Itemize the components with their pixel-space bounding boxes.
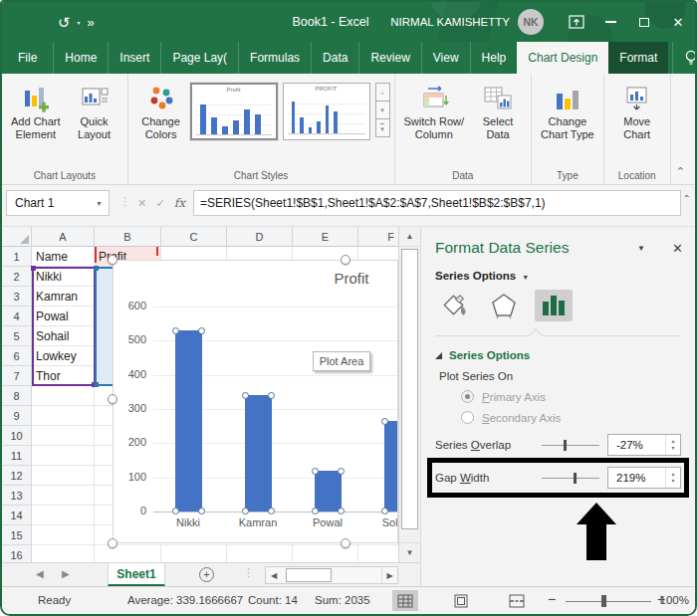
scroll-left-icon[interactable]: ◀ <box>266 567 282 583</box>
section-dropdown-icon[interactable]: ▼ <box>522 274 529 281</box>
tab-chart-design[interactable]: Chart Design <box>517 42 608 74</box>
row-header-12[interactable]: 12 <box>2 466 32 486</box>
cell-A2[interactable]: Nikki <box>32 267 95 287</box>
prev-sheet-icon[interactable]: ◀ <box>36 568 44 579</box>
ribbon-display-options-icon[interactable] <box>560 2 593 42</box>
cell-A11[interactable] <box>32 446 95 466</box>
radio-primary-axis[interactable]: Primary Axis <box>435 390 681 403</box>
cell-A14[interactable] <box>32 506 95 525</box>
new-sheet-icon[interactable]: + <box>199 567 214 582</box>
col-header-F[interactable]: F <box>358 227 398 247</box>
row-header-15[interactable]: 15 <box>2 525 32 545</box>
scroll-right-icon[interactable]: ▶ <box>381 567 397 583</box>
col-header-E[interactable]: E <box>293 227 358 247</box>
slider-thumb[interactable] <box>564 440 567 451</box>
row-header-9[interactable]: 9 <box>2 406 32 426</box>
cell-B16[interactable] <box>95 545 161 562</box>
field-slider[interactable] <box>542 433 599 457</box>
zoom-out-icon[interactable]: − <box>548 591 556 607</box>
close-button[interactable]: ✕ <box>661 2 695 42</box>
row-header-3[interactable]: 3 <box>2 287 32 307</box>
radio-secondary-axis[interactable]: Secondary Axis <box>435 411 681 424</box>
slider-thumb[interactable] <box>574 473 577 484</box>
cell-F16[interactable] <box>358 545 398 562</box>
row-header-6[interactable]: 6 <box>2 346 32 366</box>
sheet-tab-sheet1[interactable]: Sheet1 <box>108 563 165 586</box>
row-header-4[interactable]: 4 <box>2 307 32 326</box>
row-header-16[interactable]: 16 <box>2 545 32 562</box>
radio-circle[interactable] <box>461 390 474 403</box>
cell-A16[interactable] <box>32 545 95 562</box>
cell-A12[interactable] <box>32 466 95 486</box>
row-header-10[interactable]: 10 <box>2 426 32 446</box>
gallery-down-icon[interactable]: ▾ <box>375 101 390 119</box>
tab-tell-me[interactable]: Tell me <box>672 42 697 74</box>
chart-style-thumb[interactable]: PROFIT <box>283 83 370 140</box>
redo-icon[interactable]: » <box>88 15 94 30</box>
expand-formula-bar-icon[interactable]: ⌃ <box>683 193 691 204</box>
pane-dropdown-icon[interactable]: ▼ <box>637 244 645 253</box>
spinner-arrows-icon[interactable]: ▴▾ <box>665 468 680 488</box>
zoom-slider-thumb[interactable] <box>601 595 606 607</box>
ribbon-button-move-chart[interactable]: MoveChart <box>608 78 666 141</box>
row-header-8[interactable]: 8 <box>2 386 32 406</box>
tab-insert[interactable]: Insert <box>108 42 160 74</box>
scroll-down-icon[interactable]: ▼ <box>399 542 420 562</box>
enter-icon[interactable]: ✓ <box>155 197 164 210</box>
horizontal-scrollbar[interactable]: ◀ ▶ <box>265 566 398 584</box>
cell-D16[interactable] <box>227 545 293 562</box>
page-break-view-icon[interactable] <box>504 590 530 611</box>
avatar[interactable]: NK <box>518 9 544 35</box>
minimize-button[interactable] <box>593 2 627 42</box>
vertical-scroll-thumb[interactable] <box>401 249 418 529</box>
col-header-B[interactable]: B <box>95 227 161 247</box>
col-header-C[interactable]: C <box>161 227 227 247</box>
cell-E16[interactable] <box>293 545 358 562</box>
cell-C16[interactable] <box>161 545 227 562</box>
tab-formulas[interactable]: Formulas <box>238 42 311 74</box>
normal-view-icon[interactable] <box>392 590 418 611</box>
formula-input[interactable]: =SERIES(Sheet1!$B$1,Sheet1!$A$2:$A$7,She… <box>193 190 681 216</box>
ribbon-button-switch-row-column[interactable]: Switch Row/Column <box>399 78 470 141</box>
bar-nikki[interactable] <box>175 330 202 512</box>
row-header-11[interactable]: 11 <box>2 446 32 466</box>
page-layout-view-icon[interactable] <box>448 590 474 611</box>
col-header-D[interactable]: D <box>227 227 293 247</box>
zoom-slider-track[interactable] <box>566 601 651 602</box>
spinner-arrows-icon[interactable]: ▴▾ <box>665 435 680 455</box>
name-box[interactable]: Chart 1 ▼ <box>6 190 110 216</box>
ribbon-button-change-colors[interactable]: ChangeColors <box>132 78 190 141</box>
ribbon-button-select-data[interactable]: SelectData <box>469 78 527 141</box>
gallery-up-icon[interactable]: ▴ <box>375 83 390 102</box>
row-header-1[interactable]: 1 <box>2 247 32 267</box>
tab-page-lay[interactable]: Page Lay( <box>160 42 238 74</box>
cell-A1[interactable]: Name <box>32 247 95 267</box>
chart-selection-handle[interactable] <box>108 394 117 404</box>
next-sheet-icon[interactable]: ▶ <box>62 568 70 579</box>
cell-A4[interactable]: Powal <box>32 307 95 326</box>
fill-line-icon[interactable] <box>435 290 473 321</box>
bar-powal[interactable] <box>315 471 342 512</box>
gallery-more-icon[interactable]: ▾ <box>375 118 390 137</box>
tab-view[interactable]: View <box>421 42 470 74</box>
undo-dropdown-icon[interactable]: ▾ <box>78 19 81 26</box>
tab-review[interactable]: Review <box>358 42 420 74</box>
cell-A15[interactable] <box>32 525 95 545</box>
cell-A9[interactable] <box>32 406 95 426</box>
bar-sohail[interactable] <box>384 421 399 512</box>
ribbon-button-quick-layout[interactable]: QuickLayout <box>66 78 123 141</box>
row-header-14[interactable]: 14 <box>2 506 32 525</box>
tab-file[interactable]: File <box>2 42 53 74</box>
bar-kamran[interactable] <box>245 395 272 512</box>
tab-format[interactable]: Format <box>608 42 668 74</box>
horizontal-scroll-thumb[interactable] <box>286 568 332 582</box>
zoom-level[interactable]: 100% <box>660 594 689 606</box>
cell-A6[interactable]: Lowkey <box>32 346 95 366</box>
field-spinner[interactable]: -27%▴▾ <box>607 434 681 456</box>
name-box-dropdown-icon[interactable]: ▼ <box>96 200 103 207</box>
chart-selection-handle[interactable] <box>341 538 350 548</box>
row-header-13[interactable]: 13 <box>2 486 32 506</box>
col-header-A[interactable]: A <box>32 227 95 247</box>
tab-help[interactable]: Help <box>470 42 518 74</box>
effects-icon[interactable] <box>485 290 523 321</box>
